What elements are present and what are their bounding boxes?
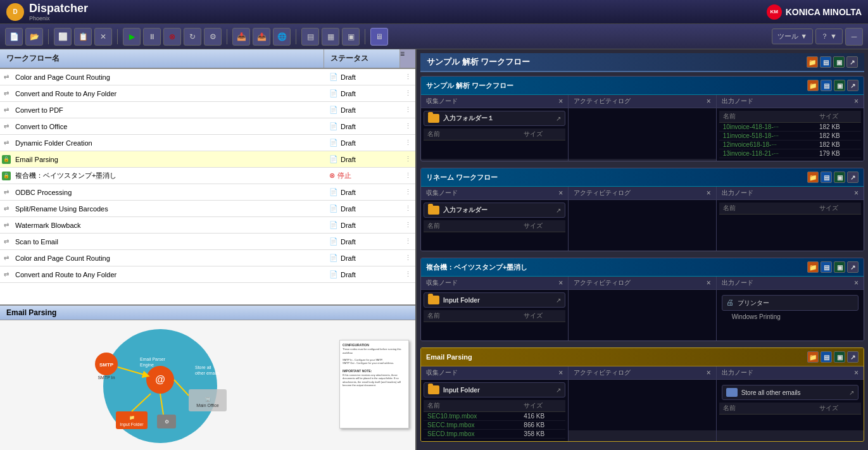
refresh-button[interactable]: ↻ [184,28,201,46]
drag-handle: ⋮ [400,172,415,180]
folder-expand-icon[interactable]: ↗ [556,207,561,214]
row-arrow-icon: ⇄ [0,90,13,97]
file-table-header-rename: 名前 サイズ [424,220,565,232]
close-output-rename[interactable]: × [854,189,859,197]
copy-button[interactable]: ⬜ [54,28,72,46]
drag-handle: ⋮ [400,221,415,229]
card-folder-icon[interactable]: 📁 [807,351,819,363]
view3-button[interactable]: ▣ [342,28,360,46]
view1-button[interactable]: ▤ [301,28,319,46]
card-expand-icon[interactable]: ↗ [847,80,859,91]
workflow-row[interactable]: ⇄ Scan to Email 📄 Draft ⋮ [0,234,415,250]
help-menu[interactable]: ？ ▼ [815,28,843,44]
minimize-button[interactable]: ─ [845,28,863,46]
workflow-row[interactable]: ⇄ Convert and Route to Any Folder 📄 Draf… [0,85,415,102]
view2-button[interactable]: ▦ [322,28,339,46]
workflow-row[interactable]: ⇄ Convert to PDF 📄 Draft ⋮ [0,102,415,118]
workflow-row[interactable]: ⇄ Convert to Office 📄 Draft ⋮ [0,118,415,135]
panel-icon-expand[interactable]: ↗ [846,56,858,68]
delete-button[interactable]: ✕ [94,28,112,46]
workflow-row[interactable]: ⇄ Dynamic Folder Creation 📄 Draft ⋮ [0,135,415,151]
card-body-sample: 収集ノード × 入力フォルダー１ ↗ 名前 サイズ [421,95,864,161]
app-sub: Phoenix [29,15,88,22]
section-header-activity-email: アクティビティログ × [569,366,715,380]
preview-title: Email Parsing [0,306,415,320]
card-expand-icon[interactable]: ↗ [847,351,859,363]
workflow-row[interactable]: 🔒 複合機：ベイツスタンプ+墨消し ⊗ 停止 ⋮ [0,168,415,184]
panel-title-icons: 📁 ▤ ▣ ↗ [807,56,858,68]
upload-button[interactable]: 🌐 [273,28,291,46]
card-grid-icon[interactable]: ▣ [834,172,845,183]
workflow-row[interactable]: ⇄ Watermark Blowback 📄 Draft ⋮ [0,217,415,234]
card-grid-icon[interactable]: ▣ [834,261,845,273]
close-activity-stamps[interactable]: × [707,278,711,287]
workflow-row[interactable]: ⇄ Convert and Route to Any Folder 📄 Draf… [0,266,415,283]
folder-expand-icon[interactable]: ↗ [556,387,561,394]
card-list-icon[interactable]: ▤ [821,172,832,183]
store-node-email: Store all other emails ↗ [722,385,859,400]
panel-icon-orange[interactable]: 📁 [807,56,818,68]
stop-icon: ⊗ [329,172,335,180]
panel-icon-blue[interactable]: ▤ [820,56,831,68]
card-folder-icon[interactable]: 📁 [807,261,819,273]
new-button[interactable]: 📄 [5,28,23,46]
workflow-row-selected[interactable]: 🔒 Email Parsing 📄 Draft ⋮ [0,151,415,168]
store-expand-icon[interactable]: ↗ [849,389,854,396]
close-output-stamps[interactable]: × [854,278,859,287]
paste-button[interactable]: 📋 [74,28,92,46]
svg-text:other emails: other emails [195,371,220,375]
workflow-row[interactable]: ⇄ Split/Rename Using Barcodes 📄 Draft ⋮ [0,201,415,217]
tools-menu[interactable]: ツール ▼ [772,28,813,44]
export-button[interactable]: 📤 [253,28,270,46]
workflow-row[interactable]: ⇄ Color and Page Count Routing 📄 Draft ⋮ [0,250,415,266]
monitor-button[interactable]: 🖥 [370,28,388,46]
close-activity-email[interactable]: × [707,368,711,377]
close-collect[interactable]: × [558,97,563,106]
close-output-email[interactable]: × [854,368,859,377]
section-header-collect-stamps: 収集ノード × [421,277,568,290]
draft-icon: 📄 [329,204,338,213]
section-collect-email: 収集ノード × Input Folder ↗ 名前 サイズ [421,366,569,441]
drag-handle: ⋮ [400,270,415,278]
section-content-output: 名前 サイズ 10invoice-418-18-··· 182 KB 11inv… [717,108,864,161]
svg-text:SMTP: SMTP [99,362,114,368]
card-expand-icon[interactable]: ↗ [847,172,859,183]
card-list-icon[interactable]: ▤ [821,80,832,91]
close-activity[interactable]: × [707,97,711,106]
close-collect-stamps[interactable]: × [558,278,563,287]
card-folder-icon[interactable]: 📁 [807,172,819,183]
open-button[interactable]: 📂 [25,28,43,46]
run-button[interactable]: ▶ [123,28,141,46]
close-collect-rename[interactable]: × [558,189,563,197]
import-button[interactable]: 📥 [232,28,250,46]
close-collect-email[interactable]: × [558,368,563,377]
row-arrow-icon: ⇄ [0,271,13,278]
card-folder-icon[interactable]: 📁 [807,80,819,91]
draft-icon: 📄 [329,188,338,196]
card-list-icon[interactable]: ▤ [821,261,832,273]
section-collect-stamps: 収集ノード × Input Folder ↗ 名前 サイズ [421,277,569,341]
workflow-row[interactable]: ⇄ ODBC Processing 📄 Draft ⋮ [0,184,415,201]
folder-expand-icon[interactable]: ↗ [556,115,561,122]
section-collect-rename: 収集ノード × 入力フォルダー ↗ 名前 サイズ [421,187,569,251]
config-button[interactable]: ⚙ [204,28,222,46]
section-header-output-stamps: 出力ノード × [717,277,864,290]
close-output[interactable]: × [854,97,859,106]
panel-icon-green[interactable]: ▣ [833,56,845,68]
sep5 [365,29,365,44]
drag-handle: ⋮ [400,106,415,114]
pause-button[interactable]: ⏸ [143,28,161,46]
card-list-icon[interactable]: ▤ [821,351,832,363]
card-grid-icon[interactable]: ▣ [834,351,845,363]
file-row: SECC.tmp.mbox 866 KB [424,421,565,430]
close-activity-rename[interactable]: × [707,189,711,197]
section-output: 出力ノード × 名前 サイズ 10invoice-418-18-··· 182 … [717,95,864,161]
folder-expand-icon[interactable]: ↗ [556,297,561,304]
card-grid-icon[interactable]: ▣ [834,80,845,91]
section-output-rename: 出力ノード × 名前 サイズ [717,187,864,251]
row-arrow-icon: ⇄ [0,222,13,228]
workflow-row[interactable]: ⇄ Color and Page Count Routing 📄 Draft ⋮ [0,69,415,85]
draft-icon: 📄 [329,270,338,278]
card-expand-icon[interactable]: ↗ [847,261,859,273]
stop-button[interactable]: ⊗ [163,28,181,46]
